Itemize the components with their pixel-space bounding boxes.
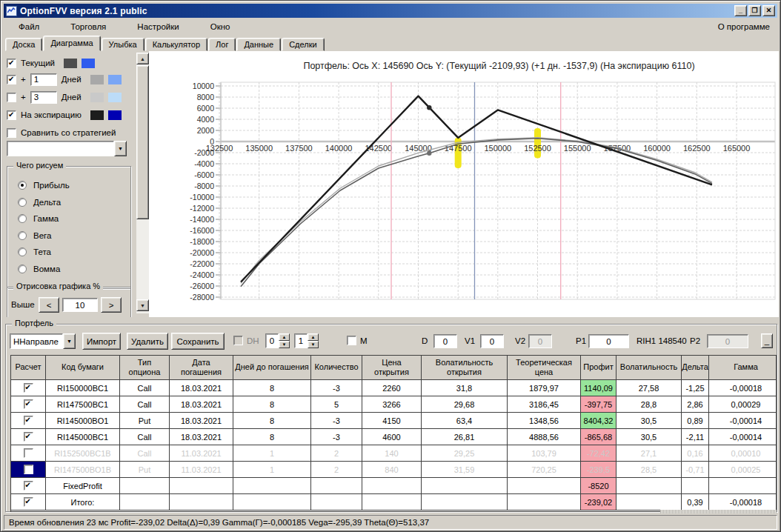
dh-spinner-1[interactable]: 0 ▲▼ <box>265 333 290 348</box>
tab-Данные[interactable]: Данные <box>236 38 281 51</box>
plus1-days-input[interactable]: 1 <box>30 73 57 86</box>
column-header[interactable]: Волатильность <box>617 356 682 380</box>
spinner-value[interactable]: 1 <box>294 333 308 348</box>
row-calc-checkbox-cell[interactable] <box>11 462 46 478</box>
row-checkbox[interactable] <box>24 448 33 458</box>
row-calc-checkbox-cell[interactable] <box>11 494 46 511</box>
draw-option-Тета[interactable]: Тета <box>18 244 70 261</box>
menu-item-Файл[interactable]: Файл <box>10 20 48 33</box>
spin-up-icon[interactable]: ▲ <box>308 333 319 341</box>
plus3-days-input[interactable]: 3 <box>30 91 57 104</box>
strategy-dropdown[interactable]: ▼ <box>7 141 127 156</box>
save-button[interactable]: Сохранить <box>171 333 225 350</box>
m-checkbox[interactable] <box>347 336 356 345</box>
strategy-dropdown-value[interactable] <box>7 141 114 156</box>
current-color-swatch-1[interactable] <box>64 59 77 68</box>
row-checkbox[interactable] <box>24 416 33 425</box>
column-header[interactable]: Дельта <box>682 356 709 380</box>
spin-up-icon[interactable]: ▲ <box>279 333 290 341</box>
spinner-value[interactable]: 0 <box>265 333 279 348</box>
current-color-swatch-2[interactable] <box>82 59 95 68</box>
plus3-color-swatch-2[interactable] <box>108 93 122 102</box>
menu-item-Торговля[interactable]: Торговля <box>62 20 115 33</box>
column-header[interactable]: Количество <box>311 356 362 380</box>
scroll-up-icon[interactable]: ▲ <box>136 53 149 64</box>
draw-option-Гамма[interactable]: Гамма <box>18 210 70 227</box>
plus3-checkbox[interactable] <box>7 93 16 102</box>
row-checkbox[interactable] <box>24 399 33 409</box>
radio-icon[interactable] <box>18 247 27 256</box>
row-checkbox[interactable] <box>24 383 33 393</box>
radio-icon[interactable] <box>18 181 27 190</box>
draw-option-Вега[interactable]: Вега <box>18 227 70 245</box>
tab-Улыбка[interactable]: Улыбка <box>102 38 144 51</box>
tab-Доска[interactable]: Доска <box>5 38 42 51</box>
spinner-arrows[interactable]: ▲▼ <box>308 333 319 348</box>
radio-icon[interactable] <box>18 231 27 240</box>
draw-option-Вомма[interactable]: Вомма <box>18 261 70 278</box>
table-row[interactable]: RI147500BC1Call18.03.202185326629,683186… <box>11 396 776 413</box>
expiration-checkbox[interactable] <box>7 110 16 120</box>
menu-item-Окно[interactable]: Окно <box>202 20 239 33</box>
spinner-arrows[interactable]: ▲▼ <box>279 333 290 348</box>
direction-dropdown[interactable]: ННаправле ▼ <box>10 333 76 349</box>
row-calc-checkbox-cell[interactable] <box>11 445 46 462</box>
menu-item-Настройки[interactable]: Настройки <box>128 20 187 33</box>
row-checkbox[interactable] <box>24 465 33 474</box>
row-checkbox[interactable] <box>24 432 33 442</box>
import-button[interactable]: Импорт <box>82 333 121 350</box>
table-row[interactable]: Итого:-239,020,39-0,00018 <box>11 494 776 511</box>
radio-icon[interactable] <box>18 214 27 223</box>
table-row[interactable]: RI152500BC1BCall11.03.20211214029,25103,… <box>11 445 776 462</box>
column-header[interactable]: Цена открытия <box>362 356 422 380</box>
column-header[interactable]: Код бумаги <box>46 356 120 380</box>
plus1-checkbox[interactable] <box>7 75 16 84</box>
render-increase-button[interactable]: > <box>101 297 122 313</box>
radio-icon[interactable] <box>18 198 27 207</box>
tab-Диаграмма[interactable]: Диаграмма <box>43 36 100 51</box>
scrollbar-thumb[interactable] <box>136 65 149 219</box>
row-checkbox[interactable] <box>24 497 33 507</box>
current-checkbox[interactable] <box>7 59 16 68</box>
spin-down-icon[interactable]: ▼ <box>279 341 290 348</box>
column-header[interactable]: Дата погашения <box>170 356 233 380</box>
dh-spinner-2[interactable]: 1 ▲▼ <box>294 333 319 348</box>
close-button[interactable]: ✕ <box>762 5 775 16</box>
column-header[interactable]: Волатильность открытия <box>422 356 508 380</box>
compare-strategy-checkbox[interactable] <box>7 128 16 138</box>
row-calc-checkbox-cell[interactable] <box>11 413 46 429</box>
radio-icon[interactable] <box>18 265 27 273</box>
column-header[interactable]: Теоретическая цена <box>508 356 581 380</box>
render-percent-value[interactable]: 10 <box>62 298 98 312</box>
row-calc-checkbox-cell[interactable] <box>11 380 46 396</box>
d-field[interactable]: 0 <box>433 334 457 348</box>
draw-option-Дельта[interactable]: Дельта <box>18 194 70 211</box>
v1-field[interactable]: 0 <box>480 334 504 348</box>
horizontal-scrollbar[interactable] <box>660 510 777 513</box>
render-decrease-button[interactable]: < <box>39 297 59 313</box>
expiration-color-swatch-1[interactable] <box>90 110 104 120</box>
table-row[interactable]: RI147500BO1BPut11.03.20211284031,59720,2… <box>11 462 776 478</box>
spin-down-icon[interactable]: ▼ <box>308 341 319 348</box>
table-row[interactable]: RI150000BC1Call18.03.20218-3226031,81879… <box>11 380 776 396</box>
plus3-color-swatch-1[interactable] <box>90 93 104 102</box>
plus1-color-swatch-1[interactable] <box>90 75 104 84</box>
table-row[interactable]: RI145000BO1Put18.03.20218-3415063,41348,… <box>11 413 776 429</box>
tab-Калькулятор[interactable]: Калькулятор <box>145 38 207 51</box>
scroll-down-icon[interactable]: ▼ <box>136 299 149 311</box>
minimize-button[interactable]: _ <box>734 5 747 16</box>
dropdown-arrow-icon[interactable]: ▼ <box>114 141 127 156</box>
maximize-button[interactable]: ❐ <box>748 5 761 16</box>
collapse-button[interactable]: _ <box>761 333 773 348</box>
plus1-color-swatch-2[interactable] <box>108 75 122 84</box>
column-header[interactable]: Профит <box>581 356 617 380</box>
p1-field[interactable]: 0 <box>588 334 629 348</box>
column-header[interactable]: Расчет <box>11 356 46 380</box>
tab-Лог[interactable]: Лог <box>208 38 236 51</box>
row-calc-checkbox-cell[interactable] <box>11 396 46 413</box>
column-header[interactable]: Гамма <box>709 356 777 380</box>
menu-item-about[interactable]: О программе <box>711 20 777 33</box>
draw-option-Прибыль[interactable]: Прибыль <box>18 177 70 194</box>
row-calc-checkbox-cell[interactable] <box>11 478 46 494</box>
delete-button[interactable]: Удалить <box>127 333 168 350</box>
